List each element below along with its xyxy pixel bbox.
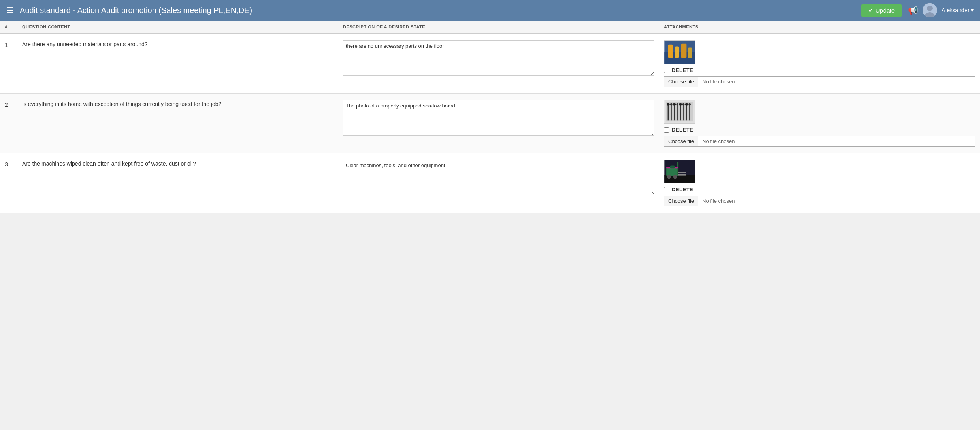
question-cell: Are there any unneeded materials or part… bbox=[17, 40, 338, 49]
svg-point-25 bbox=[682, 103, 685, 106]
question-cell: Are the machines wiped clean often and k… bbox=[17, 160, 338, 168]
svg-point-26 bbox=[685, 103, 688, 106]
delete-row: DELETE bbox=[664, 67, 975, 73]
description-textarea[interactable]: there are no unnecessary parts on the fl… bbox=[343, 40, 654, 76]
file-input-row: Choose file No file chosen bbox=[664, 196, 975, 206]
row-number: 1 bbox=[0, 40, 17, 48]
file-input-row: Choose file No file chosen bbox=[664, 76, 975, 87]
delete-checkbox[interactable] bbox=[664, 127, 669, 133]
attachment-thumbnail bbox=[664, 40, 695, 64]
header-right: 📢 Aleksander ▾ bbox=[908, 3, 974, 17]
no-file-text: No file chosen bbox=[698, 76, 975, 87]
delete-label: DELETE bbox=[672, 67, 693, 73]
table-row: 1 Are there any unneeded materials or pa… bbox=[0, 34, 980, 94]
description-textarea[interactable]: The photo of a properly equipped shadow … bbox=[343, 100, 654, 136]
svg-point-27 bbox=[688, 103, 691, 106]
avatar bbox=[923, 3, 937, 17]
description-cell: there are no unnecessary parts on the fl… bbox=[338, 40, 659, 77]
attachment-thumbnail bbox=[664, 160, 695, 183]
svg-rect-7 bbox=[681, 44, 687, 58]
svg-point-23 bbox=[676, 103, 678, 106]
attachments-cell: DELETE Choose file No file chosen bbox=[659, 100, 980, 147]
delete-row: DELETE bbox=[664, 187, 975, 192]
choose-file-button[interactable]: Choose file bbox=[664, 76, 698, 87]
update-button[interactable]: ✔ Update bbox=[861, 4, 902, 17]
svg-point-24 bbox=[679, 103, 682, 106]
no-file-text: No file chosen bbox=[698, 196, 975, 206]
attachments-cell: DELETE Choose file No file chosen bbox=[659, 40, 980, 87]
delete-row: DELETE bbox=[664, 127, 975, 133]
table-row: 3 Are the machines wiped clean often and… bbox=[0, 153, 980, 213]
update-label: Update bbox=[876, 7, 895, 14]
svg-rect-37 bbox=[670, 166, 675, 169]
question-cell: Is everything in its home with exception… bbox=[17, 100, 338, 108]
svg-point-22 bbox=[673, 103, 676, 106]
col-header-num: # bbox=[0, 25, 17, 29]
megaphone-icon[interactable]: 📢 bbox=[908, 6, 918, 15]
svg-rect-31 bbox=[677, 162, 678, 175]
file-input-row: Choose file No file chosen bbox=[664, 136, 975, 147]
col-header-description: DESCRIPTION OF A DESIRED STATE bbox=[338, 25, 659, 29]
user-name[interactable]: Aleksander ▾ bbox=[942, 7, 974, 13]
svg-rect-30 bbox=[666, 168, 678, 176]
col-header-attachments: ATTACHMENTS bbox=[659, 25, 980, 29]
delete-checkbox[interactable] bbox=[664, 187, 669, 192]
delete-label: DELETE bbox=[672, 127, 693, 133]
row-number: 3 bbox=[0, 160, 17, 168]
app-header: ☰ Audit standard - Action Audit promotio… bbox=[0, 0, 980, 21]
page-title: Audit standard - Action Audit promotion … bbox=[20, 6, 855, 15]
attachment-thumbnail bbox=[664, 100, 695, 124]
row-number: 2 bbox=[0, 100, 17, 108]
svg-point-21 bbox=[670, 103, 673, 106]
col-header-question: QUESTION CONTENT bbox=[17, 25, 338, 29]
svg-point-20 bbox=[667, 103, 670, 106]
choose-file-button[interactable]: Choose file bbox=[664, 196, 698, 206]
svg-rect-6 bbox=[675, 47, 679, 58]
svg-point-1 bbox=[927, 6, 933, 11]
svg-rect-5 bbox=[668, 45, 673, 58]
description-cell: Clear machines, tools, and other equipme… bbox=[338, 160, 659, 196]
svg-point-35 bbox=[673, 175, 677, 179]
checkmark-icon: ✔ bbox=[869, 7, 873, 13]
attachments-cell: DELETE Choose file No file chosen bbox=[659, 160, 980, 206]
svg-rect-32 bbox=[678, 172, 686, 173]
choose-file-button[interactable]: Choose file bbox=[664, 136, 698, 147]
description-textarea[interactable]: Clear machines, tools, and other equipme… bbox=[343, 160, 654, 195]
audit-table: 1 Are there any unneeded materials or pa… bbox=[0, 34, 980, 213]
description-cell: The photo of a properly equipped shadow … bbox=[338, 100, 659, 137]
svg-rect-8 bbox=[688, 47, 692, 58]
table-row: 2 Is everything in its home with excepti… bbox=[0, 94, 980, 153]
delete-label: DELETE bbox=[672, 187, 693, 192]
menu-icon[interactable]: ☰ bbox=[6, 6, 13, 15]
delete-checkbox[interactable] bbox=[664, 68, 669, 73]
no-file-text: No file chosen bbox=[698, 136, 975, 147]
svg-rect-33 bbox=[678, 174, 686, 176]
svg-point-34 bbox=[667, 175, 671, 179]
table-header: # QUESTION CONTENT DESCRIPTION OF A DESI… bbox=[0, 21, 980, 34]
